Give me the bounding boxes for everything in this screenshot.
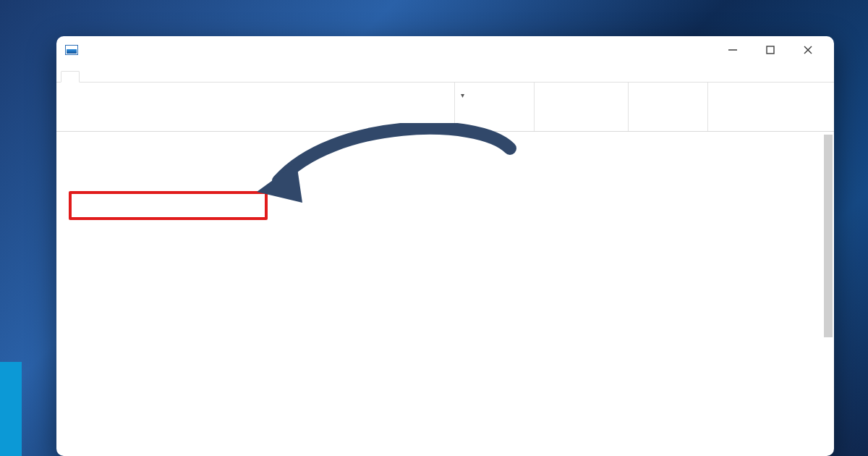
tab-startup[interactable] bbox=[114, 71, 132, 82]
process-grid: ▾ bbox=[56, 83, 834, 456]
task-manager-window: ▾ bbox=[56, 36, 834, 456]
close-button[interactable] bbox=[799, 41, 817, 59]
maximize-button[interactable] bbox=[762, 41, 779, 59]
menubar bbox=[56, 64, 834, 71]
desktop-background-accent bbox=[0, 362, 22, 456]
minimize-button[interactable] bbox=[724, 41, 741, 59]
col-network[interactable] bbox=[707, 83, 791, 131]
chevron-down-icon: ▾ bbox=[461, 88, 464, 99]
tabbar bbox=[56, 71, 834, 83]
col-disk[interactable] bbox=[628, 83, 707, 131]
tab-services[interactable] bbox=[166, 71, 184, 82]
task-manager-icon bbox=[65, 45, 78, 55]
tab-users[interactable] bbox=[132, 71, 149, 82]
col-cpu[interactable]: ▾ bbox=[454, 83, 534, 131]
tab-details[interactable] bbox=[149, 71, 166, 82]
svg-rect-1 bbox=[767, 46, 774, 54]
tab-performance[interactable] bbox=[80, 71, 97, 82]
col-status[interactable] bbox=[302, 83, 454, 131]
titlebar[interactable] bbox=[56, 36, 834, 64]
scrollbar-thumb[interactable] bbox=[824, 135, 833, 337]
column-headers: ▾ bbox=[56, 83, 834, 132]
tab-app-history[interactable] bbox=[97, 71, 114, 82]
tab-processes[interactable] bbox=[61, 71, 80, 83]
col-name[interactable] bbox=[56, 83, 302, 131]
col-memory[interactable] bbox=[534, 83, 628, 131]
